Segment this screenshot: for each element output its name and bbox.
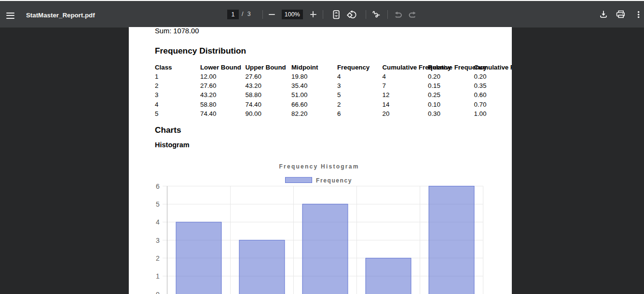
svg-text:0: 0	[156, 291, 160, 294]
svg-text:6: 6	[156, 182, 160, 190]
svg-text:5: 5	[156, 200, 160, 208]
svg-text:Frequency: Frequency	[316, 177, 352, 184]
svg-text:Frequency Histogram: Frequency Histogram	[279, 163, 359, 170]
svg-text:2: 2	[156, 254, 160, 262]
svg-text:3: 3	[156, 237, 160, 244]
svg-text:4: 4	[156, 218, 160, 226]
svg-text:1: 1	[156, 272, 160, 280]
